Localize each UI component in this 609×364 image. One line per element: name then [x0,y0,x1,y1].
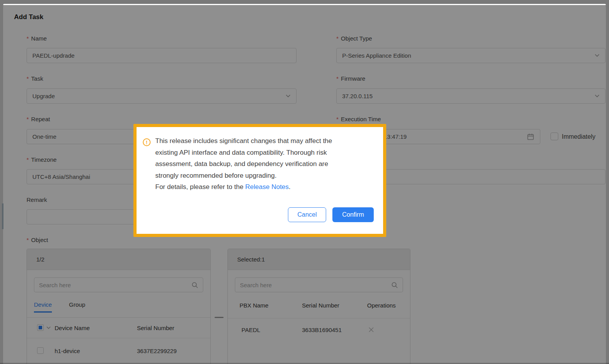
screen: Add Task Name Object Type P-Series Appli… [0,0,609,364]
modal-buttons: Cancel Confirm [288,207,374,222]
confirm-button[interactable]: Confirm [332,207,374,222]
warning-message: This release includes significant change… [155,135,351,181]
cancel-button[interactable]: Cancel [288,207,326,222]
dialog-top-edge [3,4,606,5]
details-line: For details, please refer to the Release… [155,181,351,193]
upgrade-warning-modal: This release includes significant change… [133,124,386,237]
warning-circle-icon [143,138,151,146]
release-notes-link[interactable]: Release Notes [245,183,289,191]
modal-message: This release includes significant change… [155,135,351,193]
